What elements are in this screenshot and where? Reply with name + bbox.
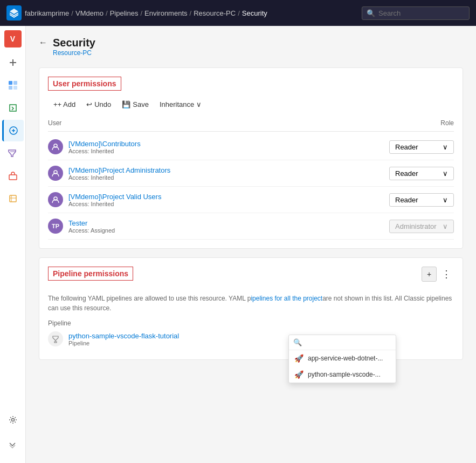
svg-rect-0 bbox=[9, 81, 12, 85]
user-permissions-toolbar: + + Add ↩ Undo 💾 Save Inheritance ∨ bbox=[48, 98, 454, 111]
sidebar-item-pipelines[interactable] bbox=[2, 120, 24, 141]
user-name: Tester bbox=[68, 219, 115, 227]
role-value: Reader bbox=[395, 196, 418, 204]
chevron-down-icon: ∨ bbox=[443, 222, 448, 230]
pipeline-search-dropdown: 🔍 🚀 app-service-web-dotnet-... 🚀 python-… bbox=[288, 335, 396, 383]
sidebar-item-add[interactable] bbox=[2, 52, 24, 73]
app-logo[interactable] bbox=[6, 5, 22, 21]
avatar bbox=[48, 192, 63, 207]
search-icon: 🔍 bbox=[293, 338, 302, 346]
table-row: [VMdemo]\Project Administrators Access: … bbox=[48, 160, 454, 187]
pipeline-icon bbox=[48, 331, 63, 346]
svg-rect-1 bbox=[13, 81, 17, 85]
user-info: TP Tester Access: Assigned bbox=[48, 219, 115, 234]
undo-label: Undo bbox=[94, 100, 111, 108]
page-title: Security bbox=[53, 37, 95, 49]
avatar: TP bbox=[48, 219, 63, 234]
chevron-down-icon: ∨ bbox=[443, 196, 448, 204]
pipeline-icon-small: 🚀 bbox=[294, 370, 303, 379]
avatar bbox=[48, 166, 63, 181]
role-dropdown[interactable]: Reader ∨ bbox=[389, 167, 454, 180]
sidebar-item-packages[interactable] bbox=[2, 188, 24, 209]
role-dropdown[interactable]: Reader ∨ bbox=[389, 193, 454, 207]
undo-button[interactable]: ↩ Undo bbox=[81, 98, 116, 111]
role-value: Administrator bbox=[395, 222, 437, 230]
role-dropdown[interactable]: Administrator ∨ bbox=[389, 220, 454, 233]
user-name: [VMdemo]\Contributors bbox=[68, 140, 141, 148]
sidebar-item-collapse[interactable] bbox=[2, 434, 24, 455]
user-name: [VMdemo]\Project Administrators bbox=[68, 166, 170, 174]
role-dropdown[interactable]: Reader ∨ bbox=[389, 140, 454, 154]
add-pipeline-button[interactable]: + bbox=[422, 267, 437, 282]
role-col-header: Role bbox=[440, 119, 454, 127]
sidebar-item-boards[interactable] bbox=[2, 74, 24, 96]
table-row: [VMdemo]\Contributors Access: Inherited … bbox=[48, 134, 454, 160]
dropdown-search-area[interactable]: 🔍 bbox=[289, 335, 396, 350]
add-button[interactable]: + + Add bbox=[48, 98, 81, 111]
svg-rect-5 bbox=[9, 175, 17, 180]
save-icon: 💾 bbox=[122, 100, 130, 108]
breadcrumb-environments[interactable]: Environments bbox=[144, 9, 187, 17]
pipeline-permissions-title: Pipeline permissions bbox=[48, 267, 133, 281]
dropdown-search-input[interactable] bbox=[305, 338, 391, 346]
search-input[interactable] bbox=[378, 9, 465, 17]
user-avatar-sidebar[interactable]: V bbox=[4, 30, 22, 47]
user-access: Access: Inherited bbox=[68, 201, 161, 207]
breadcrumb-security: Security bbox=[242, 9, 267, 17]
pipeline-type: Pipeline bbox=[68, 340, 179, 346]
breadcrumb-fabrikamprime[interactable]: fabrikamprime bbox=[25, 9, 69, 17]
page-header: ← Security Resource-PC bbox=[39, 37, 463, 57]
user-permissions-card: User permissions + + Add ↩ Undo 💾 Save I… bbox=[39, 67, 463, 249]
role-value: Reader bbox=[395, 143, 418, 151]
more-options-button[interactable]: ⋮ bbox=[439, 267, 454, 282]
save-label: Save bbox=[133, 100, 149, 108]
avatar bbox=[48, 139, 63, 154]
breadcrumb-vmdemo[interactable]: VMdemo bbox=[75, 9, 104, 17]
svg-rect-2 bbox=[9, 86, 12, 90]
breadcrumb-pipelines[interactable]: Pipelines bbox=[110, 9, 139, 17]
pipeline-actions: + ⋮ bbox=[422, 267, 454, 282]
list-item[interactable]: 🚀 python-sample-vscode-... bbox=[289, 366, 396, 383]
svg-rect-6 bbox=[10, 195, 16, 202]
inheritance-button[interactable]: Inheritance ∨ bbox=[154, 98, 207, 111]
inheritance-label: Inheritance bbox=[160, 100, 194, 108]
page-title-block: Security Resource-PC bbox=[53, 37, 95, 57]
sidebar-item-test[interactable] bbox=[2, 142, 24, 164]
save-button[interactable]: 💾 Save bbox=[116, 98, 154, 111]
table-row: TP Tester Access: Assigned Administrator… bbox=[48, 213, 454, 240]
sidebar-item-settings[interactable] bbox=[2, 409, 24, 431]
sidebar-item-repos[interactable] bbox=[2, 97, 24, 119]
role-value: Reader bbox=[395, 169, 418, 178]
undo-icon: ↩ bbox=[86, 100, 92, 108]
pipeline-permissions-card: Pipeline permissions + ⋮ The following Y… bbox=[39, 257, 463, 360]
user-info: [VMdemo]\Project Administrators Access: … bbox=[48, 166, 170, 181]
user-access: Access: Assigned bbox=[68, 227, 115, 234]
main-layout: V bbox=[0, 26, 476, 463]
user-permissions-title: User permissions bbox=[48, 77, 121, 91]
search-box[interactable]: 🔍 bbox=[362, 6, 470, 20]
chevron-down-icon: ∨ bbox=[196, 100, 202, 108]
breadcrumb: fabrikamprime / VMdemo / Pipelines / Env… bbox=[25, 9, 267, 17]
pipeline-item-text: app-service-web-dotnet-... bbox=[308, 355, 383, 362]
table-row: [VMdemo]\Project Valid Users Access: Inh… bbox=[48, 187, 454, 213]
user-name: [VMdemo]\Project Valid Users bbox=[68, 193, 161, 201]
breadcrumb-resource-pc[interactable]: Resource-PC bbox=[194, 9, 236, 17]
content-area: ← Security Resource-PC User permissions … bbox=[26, 26, 476, 463]
svg-rect-3 bbox=[13, 86, 17, 90]
pipeline-col-header: Pipeline bbox=[48, 319, 454, 327]
sidebar-item-artifacts[interactable] bbox=[2, 165, 24, 187]
user-col-header: User bbox=[48, 119, 61, 127]
user-table-header: User Role bbox=[48, 117, 454, 132]
user-info: [VMdemo]\Project Valid Users Access: Inh… bbox=[48, 192, 161, 207]
user-access: Access: Inherited bbox=[68, 174, 170, 181]
chevron-down-icon: ∨ bbox=[443, 143, 448, 151]
list-item[interactable]: 🚀 app-service-web-dotnet-... bbox=[289, 350, 396, 366]
sidebar: V bbox=[0, 26, 26, 463]
user-access: Access: Inherited bbox=[68, 148, 141, 154]
pipeline-description: The following YAML pipelines are allowed… bbox=[48, 294, 454, 313]
sidebar-bottom bbox=[2, 409, 24, 463]
pipeline-name: python-sample-vscode-flask-tutorial bbox=[68, 332, 179, 340]
chevron-down-icon: ∨ bbox=[443, 169, 448, 178]
page-subtitle: Resource-PC bbox=[53, 49, 95, 57]
back-button[interactable]: ← bbox=[39, 38, 47, 47]
